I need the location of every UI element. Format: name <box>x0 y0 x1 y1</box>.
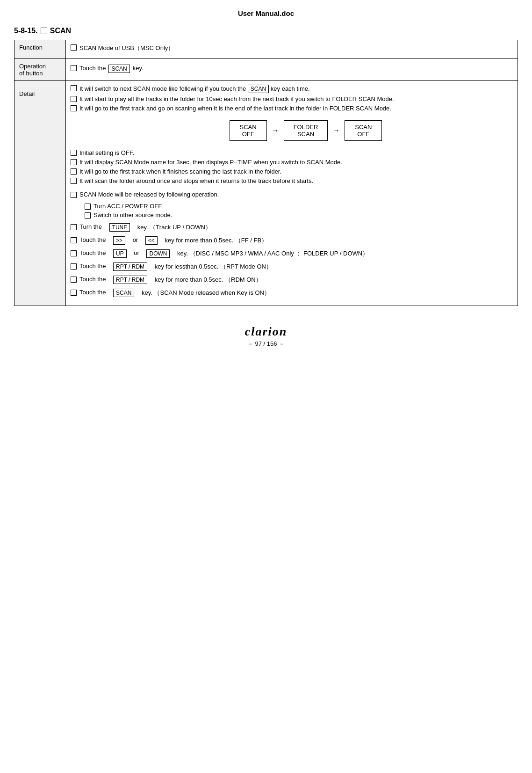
flow-arrow1: → <box>272 126 279 135</box>
ff-key2: << <box>145 236 158 245</box>
sub-items: Turn ACC / POWER OFF. Switch to other so… <box>71 203 513 219</box>
scan-key-detail1: SCAN <box>248 85 269 93</box>
section-heading: 5-8-15. <box>14 27 38 35</box>
flow-diagram: SCAN OFF → FOLDER SCAN → SCAN OFF <box>99 120 513 141</box>
scan-pre: Touch the <box>79 289 106 296</box>
function-row: Function SCAN Mode of USB（MSC Only） <box>14 40 518 59</box>
rpt1-row: Touch the RPT / RDM key for lessthan 0.5… <box>71 263 513 271</box>
rpt2-row: Touch the RPT / RDM key for more than 0.… <box>71 276 513 284</box>
section-label: SCAN <box>50 27 71 35</box>
detail-cb1 <box>71 85 77 91</box>
operation-content: Touch the SCAN key. <box>66 59 518 81</box>
up-pre: Touch the <box>79 249 106 256</box>
updown-cb <box>71 250 77 256</box>
section-header: 5-8-15. SCAN <box>14 27 518 35</box>
up-key1: UP <box>113 249 127 258</box>
sub-text2: Switch to other source mode. <box>93 211 172 219</box>
detail-line2-row: It will start to play all the tracks in … <box>71 95 513 102</box>
detail-cb2 <box>71 96 77 102</box>
up-suf: key. （DISC / MSC MP3 / WMA / AAC Only ： … <box>177 249 368 258</box>
detail-label: Detail <box>14 81 66 306</box>
scan-key-detail2: SCAN <box>113 289 134 297</box>
operation-checkbox-row: Touch the SCAN key. <box>71 65 513 73</box>
tune-suf: key. （Track UP / DOWN） <box>137 223 211 232</box>
detail-cb4 <box>71 150 77 156</box>
detail-content: It will switch to next SCAN mode like fo… <box>66 81 518 306</box>
detail-line4-row: Initial setting is OFF. <box>71 149 513 156</box>
sub-row2: Switch to other source mode. <box>85 211 513 219</box>
footer: clarion － 97 / 156 － <box>14 325 518 348</box>
detail-line5-text: It will display SCAN Mode name for 3sec,… <box>79 159 342 166</box>
updown-row: Touch the UP or DOWN key. （DISC / MSC MP… <box>71 249 513 258</box>
up-mid: or <box>134 249 139 256</box>
rpt2-pre: Touch the <box>79 276 106 283</box>
ff-key1: >> <box>113 236 125 245</box>
tune-cb <box>71 224 77 230</box>
ff-pre: Touch the <box>79 236 106 243</box>
released-cb <box>71 192 77 198</box>
detail-line1-row: It will switch to next SCAN mode like fo… <box>71 85 513 93</box>
detail-line2-text: It will start to play all the tracks in … <box>79 95 394 102</box>
page-number: － 97 / 156 － <box>14 340 518 348</box>
released-header-text: SCAN Mode will be released by following … <box>79 191 219 198</box>
detail-cb6 <box>71 168 77 175</box>
scan-row: Touch the SCAN key. （SCAN Mode released … <box>71 289 513 297</box>
operation-pre: Touch the <box>79 65 106 72</box>
section-icon <box>41 28 47 34</box>
sub-text1: Turn ACC / POWER OFF. <box>93 203 163 210</box>
function-checkbox <box>71 44 77 51</box>
page-title: User Manual.doc <box>14 9 518 17</box>
function-checkbox-row: SCAN Mode of USB（MSC Only） <box>71 44 513 52</box>
detail-cb3 <box>71 105 77 111</box>
function-text: SCAN Mode of USB（MSC Only） <box>79 44 174 52</box>
tune-row: Turn the TUNE key. （Track UP / DOWN） <box>71 223 513 232</box>
ff-suf: key for more than 0.5sec. （FF / FB） <box>165 236 267 245</box>
detail-cb5 <box>71 159 77 165</box>
released-header-row: SCAN Mode will be released by following … <box>71 191 513 198</box>
function-content: SCAN Mode of USB（MSC Only） <box>66 40 518 59</box>
scan-suf: key. （SCAN Mode released when Key is ON） <box>142 289 270 297</box>
sub-cb2 <box>85 212 91 219</box>
sub-row1: Turn ACC / POWER OFF. <box>85 203 513 210</box>
rpt2-suf: key for more than 0.5sec. （RDM ON） <box>155 276 262 284</box>
rpt1-pre: Touch the <box>79 263 106 270</box>
rpt1-key: RPT / RDM <box>113 263 147 271</box>
ff-row: Touch the >> or << key for more than 0.5… <box>71 236 513 245</box>
scan-key-operation: SCAN <box>108 65 129 73</box>
released-section: SCAN Mode will be released by following … <box>71 191 513 297</box>
detail-line3-text: It will go to the first track and go on … <box>79 105 391 112</box>
detail-line7-row: It will scan the folder around once and … <box>71 177 513 184</box>
flow-box2: FOLDER SCAN <box>284 120 328 141</box>
detail-line4-text: Initial setting is OFF. <box>79 149 134 156</box>
rpt2-cb <box>71 277 77 283</box>
operation-row: Operationof button Touch the SCAN key. <box>14 59 518 81</box>
detail-cb7 <box>71 178 77 184</box>
ff-cb <box>71 237 77 243</box>
operation-suf: key. <box>133 65 144 72</box>
flow-arrow2: → <box>332 126 340 135</box>
up-key2: DOWN <box>146 249 170 258</box>
operation-checkbox <box>71 65 77 71</box>
rpt2-key: RPT / RDM <box>113 276 147 284</box>
operation-label: Operationof button <box>14 59 66 81</box>
rpt1-suf: key for lessthan 0.5sec. （RPT Mode ON） <box>155 263 272 271</box>
function-label: Function <box>14 40 66 59</box>
brand-logo: clarion <box>14 325 518 339</box>
flow-box3: SCAN OFF <box>345 120 382 141</box>
detail-line5-row: It will display SCAN Mode name for 3sec,… <box>71 159 513 166</box>
flow-box1: SCAN OFF <box>230 120 267 141</box>
tune-key: TUNE <box>109 223 130 232</box>
ff-mid: or <box>133 236 138 243</box>
detail-line3-row: It will go to the first track and go on … <box>71 105 513 112</box>
main-table: Function SCAN Mode of USB（MSC Only） Oper… <box>14 40 518 306</box>
sub-cb1 <box>85 204 91 210</box>
detail-line7-text: It will scan the folder around once and … <box>79 177 313 184</box>
detail-row-main: Detail It will switch to next SCAN mode … <box>14 81 518 306</box>
detail-line6-text: It will go to the first track when it fi… <box>79 168 281 175</box>
detail-line1-text: It will switch to next SCAN mode like fo… <box>79 85 310 93</box>
scan-cb <box>71 290 77 296</box>
tune-pre: Turn the <box>79 223 102 230</box>
detail-line6-row: It will go to the first track when it fi… <box>71 168 513 175</box>
rpt1-cb <box>71 263 77 270</box>
